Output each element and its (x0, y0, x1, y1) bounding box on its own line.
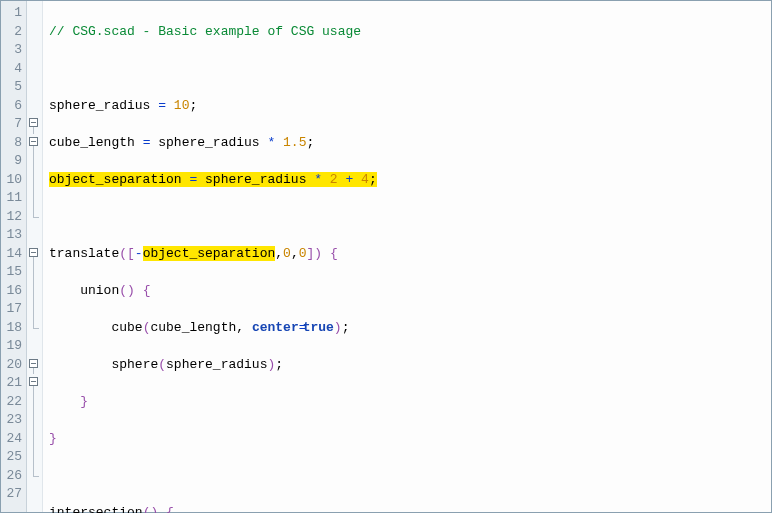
fold-gutter (27, 1, 43, 512)
code-line[interactable]: translate([-object_separation,0,0]) { (49, 245, 771, 264)
line-number-gutter: 1 2 3 4 5 6 7 8 9 10 11 12 13 14 15 16 1… (1, 1, 27, 512)
search-highlight: object_separation (143, 246, 276, 261)
line-number: 11 (1, 189, 22, 208)
line-number: 20 (1, 356, 22, 375)
line-number: 1 (1, 4, 22, 23)
code-line[interactable] (49, 208, 771, 227)
comment-text: // CSG.scad - Basic example of CSG usage (49, 24, 361, 39)
code-area[interactable]: // CSG.scad - Basic example of CSG usage… (43, 1, 771, 512)
line-number: 5 (1, 78, 22, 97)
line-number: 24 (1, 430, 22, 449)
line-number: 13 (1, 226, 22, 245)
fold-toggle[interactable] (27, 115, 42, 134)
line-number: 18 (1, 319, 22, 338)
code-line[interactable]: cube(cube_length, center = true); (49, 319, 771, 338)
code-line[interactable] (49, 467, 771, 486)
line-number: 15 (1, 263, 22, 282)
line-number: 14 (1, 245, 22, 264)
code-line[interactable]: // CSG.scad - Basic example of CSG usage (49, 23, 771, 42)
line-number: 21 (1, 374, 22, 393)
code-line[interactable]: sphere_radius = 10; (49, 97, 771, 116)
line-number: 4 (1, 60, 22, 79)
code-line[interactable]: cube_length = sphere_radius * 1.5; (49, 134, 771, 153)
code-line[interactable]: object_separation = sphere_radius * 2 + … (49, 171, 771, 190)
code-line[interactable]: } (49, 430, 771, 449)
line-number: 19 (1, 337, 22, 356)
line-number: 25 (1, 448, 22, 467)
code-line[interactable]: union() { (49, 282, 771, 301)
line-number: 9 (1, 152, 22, 171)
line-number: 23 (1, 411, 22, 430)
line-number: 3 (1, 41, 22, 60)
line-number: 6 (1, 97, 22, 116)
line-number: 12 (1, 208, 22, 227)
code-editor[interactable]: 1 2 3 4 5 6 7 8 9 10 11 12 13 14 15 16 1… (0, 0, 772, 513)
fold-toggle[interactable] (27, 374, 42, 393)
line-number: 17 (1, 300, 22, 319)
fold-toggle[interactable] (27, 356, 42, 375)
line-number: 26 (1, 467, 22, 486)
line-number: 8 (1, 134, 22, 153)
line-number: 16 (1, 282, 22, 301)
code-line[interactable] (49, 60, 771, 79)
line-number: 27 (1, 485, 22, 504)
line-number: 7 (1, 115, 22, 134)
line-number: 22 (1, 393, 22, 412)
code-line[interactable]: } (49, 393, 771, 412)
line-number: 10 (1, 171, 22, 190)
fold-toggle[interactable] (27, 134, 42, 153)
fold-toggle[interactable] (27, 245, 42, 264)
line-number: 2 (1, 23, 22, 42)
code-line[interactable]: sphere(sphere_radius); (49, 356, 771, 375)
search-highlight: object_separation = sphere_radius * 2 + … (49, 172, 377, 187)
code-line[interactable]: intersection() { (49, 504, 771, 514)
